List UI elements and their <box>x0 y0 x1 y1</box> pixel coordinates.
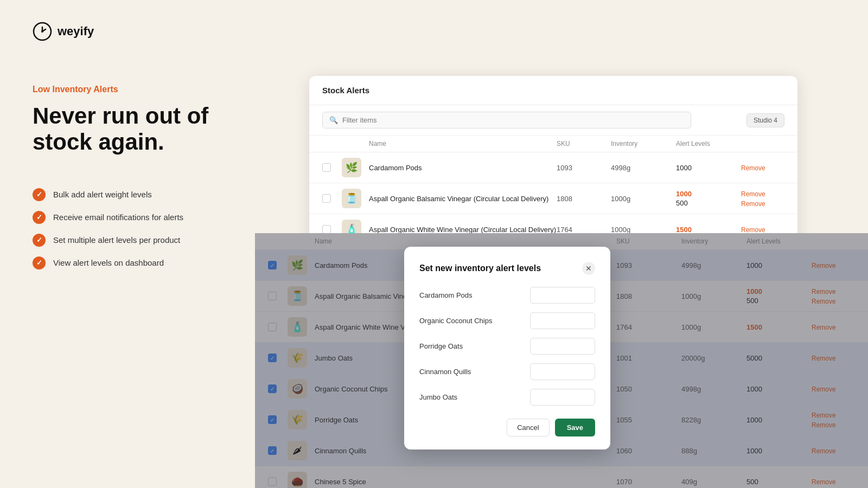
logo-text: weyify <box>58 24 94 38</box>
feature-item-2: Receive email notifications for alerts <box>33 211 222 224</box>
dialog-title: Set new inventory alert levels <box>419 264 541 273</box>
dialog-field-5: Jumbo Oats <box>419 389 595 406</box>
alert-val-3: 1500 <box>676 226 741 234</box>
filter-bar: 🔍 Studio 4 <box>309 105 797 136</box>
dialog-field-label-3: Porridge Oats <box>419 342 463 350</box>
feature-badge: Low Inventory Alerts <box>33 85 222 94</box>
checkmark-icon-4 <box>33 256 46 269</box>
studio-badge: Studio 4 <box>746 113 784 127</box>
remove-1[interactable]: Remove <box>741 163 784 172</box>
checkmark-icon-3 <box>33 234 46 247</box>
table-header: Name SKU Inventory Alert Levels <box>309 136 797 152</box>
cancel-button[interactable]: Cancel <box>507 419 549 436</box>
inventory-alert-dialog: Set new inventory alert levels ✕ Cardamo… <box>404 247 610 450</box>
dialog-field-2: Organic Coconut Chips <box>419 312 595 329</box>
col-action <box>741 140 784 147</box>
dialog-field-label-5: Jumbo Oats <box>419 393 457 401</box>
table-row: 🫙 Aspall Organic Balsamic Vinegar (Circu… <box>309 183 797 214</box>
feature-text-1: Bulk add alert weight levels <box>53 190 152 199</box>
col-name: Name <box>369 140 557 147</box>
inv-3: 1000g <box>611 226 676 234</box>
search-wrap[interactable]: 🔍 <box>322 112 691 129</box>
search-icon: 🔍 <box>329 116 338 124</box>
dialog-input-5[interactable] <box>530 389 595 406</box>
sku-2: 1808 <box>557 195 611 203</box>
dialog-field-label-4: Cinnamon Quills <box>419 368 471 376</box>
col-image <box>342 140 369 147</box>
hero-heading: Never run out of stock again. <box>33 103 222 156</box>
feature-text-2: Receive email notifications for alerts <box>53 213 183 222</box>
feature-item-4: View alert levels on dashboard <box>33 256 222 269</box>
alert-val-1: 1000 <box>676 164 741 172</box>
feature-item-1: Bulk add alert weight levels <box>33 188 222 201</box>
alert-cell-1: 1000 <box>676 164 741 172</box>
dialog-field-3: Porridge Oats <box>419 338 595 355</box>
left-panel: weyify Low Inventory Alerts Never run ou… <box>0 0 255 488</box>
dialog-header: Set new inventory alert levels ✕ <box>419 262 595 275</box>
product-img-1: 🌿 <box>342 158 361 177</box>
feature-item-3: Set multiple alert levels per product <box>33 234 222 247</box>
inv-1: 4998g <box>611 164 676 172</box>
row-checkbox-2[interactable] <box>322 194 331 203</box>
table-row: 🌿 Cardamom Pods 1093 4998g 1000 Remove <box>309 152 797 183</box>
panel-title: Stock Alerts <box>322 86 369 95</box>
save-button[interactable]: Save <box>555 419 595 436</box>
alert-cell-2: 1000 500 <box>676 190 741 207</box>
feature-text-3: Set multiple alert levels per product <box>53 235 180 245</box>
dialog-close-button[interactable]: ✕ <box>582 262 595 275</box>
product-img-2: 🫙 <box>342 189 361 208</box>
remove-2[interactable]: Remove Remove <box>741 189 784 208</box>
col-alert-levels: Alert Levels <box>676 140 741 147</box>
product-name-2: Aspall Organic Balsamic Vinegar (Circula… <box>369 195 557 203</box>
alert-cell-3: 1500 <box>676 226 741 234</box>
dialog-input-4[interactable] <box>530 363 595 380</box>
product-name-1: Cardamom Pods <box>369 164 557 172</box>
feature-text-4: View alert levels on dashboard <box>53 258 164 267</box>
row-checkbox-3[interactable] <box>322 225 331 234</box>
dialog-actions: Cancel Save <box>419 419 595 436</box>
inv-2: 1000g <box>611 195 676 203</box>
dialog-input-1[interactable] <box>530 287 595 304</box>
features-list: Bulk add alert weight levels Receive ema… <box>33 188 222 269</box>
svg-point-1 <box>41 30 43 33</box>
dialog-field-label-2: Organic Coconut Chips <box>419 317 492 325</box>
checkmark-icon-2 <box>33 211 46 224</box>
alert-val-2b: 500 <box>676 199 741 207</box>
row-checkbox-1[interactable] <box>322 163 331 172</box>
dialog-input-2[interactable] <box>530 312 595 329</box>
panel-header: Stock Alerts <box>309 76 797 105</box>
dialog-field-1: Cardamom Pods <box>419 287 595 304</box>
dialog-field-4: Cinnamon Quills <box>419 363 595 380</box>
logo-icon <box>33 22 52 41</box>
dialog-field-label-1: Cardamom Pods <box>419 291 473 299</box>
dialog-input-3[interactable] <box>530 338 595 355</box>
product-name-3: Aspall Organic White Wine Vinegar (Circu… <box>369 226 557 234</box>
alert-val-2a: 1000 <box>676 190 741 198</box>
logo: weyify <box>33 22 222 41</box>
search-input[interactable] <box>342 116 684 124</box>
checkmark-icon-1 <box>33 188 46 201</box>
sku-3: 1764 <box>557 226 611 234</box>
col-sku: SKU <box>557 140 611 147</box>
col-checkbox <box>322 140 342 147</box>
sku-1: 1093 <box>557 164 611 172</box>
col-inventory: Inventory <box>611 140 676 147</box>
